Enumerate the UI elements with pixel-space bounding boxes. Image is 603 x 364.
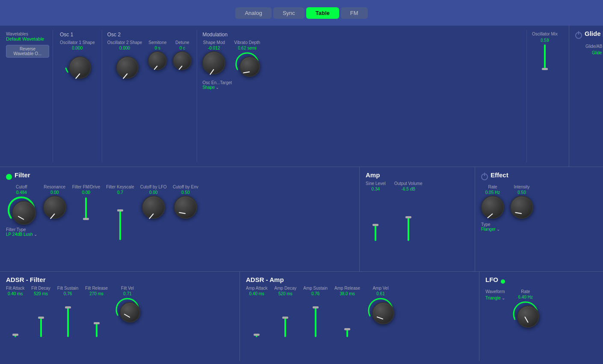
effect-intensity-knob[interactable]: Intensity 0.50 (510, 185, 533, 219)
lfo-section: LFO Waveform Triangle ⌄ Rate 6.40 Hz (479, 272, 603, 361)
output-volume-slider[interactable]: Output Volume -6.5 dB (394, 181, 423, 241)
filt-vel-knob[interactable]: Filt Vel 0.71 (115, 286, 140, 323)
modulation-title: Modulation (202, 32, 521, 38)
filter-type-arrow: ⌄ (34, 232, 37, 237)
glide-power-icon[interactable] (575, 32, 582, 39)
adsr-amp-section: ADSR - Amp Amp Attack 0.40 ms Amp Decay … (239, 272, 479, 361)
effect-type-arrow: ⌄ (497, 227, 500, 232)
tab-fm[interactable]: FM (341, 7, 368, 19)
effect-intensity-knob-inner (510, 196, 533, 219)
osc1-title: Osc 1 (60, 32, 95, 38)
effect-rate-knob-inner (481, 196, 504, 219)
filter-amp-effect-row: Filter Cutoff 0.484 Filter Type (0, 167, 603, 271)
tab-sync[interactable]: Sync (273, 7, 304, 19)
shape-mod-knob[interactable]: Shape Mod -0.012 (202, 40, 225, 74)
osc-mix-section: Oscillator Mix 0.59 (527, 30, 563, 162)
top-bar: Analog Sync Table FM (0, 0, 603, 26)
cutoff-env-knob[interactable]: Cutoff by Env 0.50 (173, 185, 198, 219)
amp-attack-slider[interactable]: Amp Attack 0.40 ms (246, 286, 268, 337)
amp-section: Amp Sine Level 0.34 Output Volume -6.5 d… (359, 167, 475, 271)
sine-level-slider[interactable]: Sine Level 0.34 (366, 181, 386, 241)
shape-mod-knob-inner (202, 51, 225, 74)
lfo-dot (501, 279, 505, 284)
effect-power-icon[interactable] (481, 173, 488, 180)
cutoff-env-knob-inner (174, 196, 197, 219)
osc1-shape-ring[interactable] (64, 51, 91, 79)
glide-time: Glide/AB Time 10.0 ms (575, 59, 603, 97)
modulation-section: Modulation Shape Mod -0.012 Vibrato Dept… (197, 30, 527, 162)
glide-panel: Glide | Bend Glide/AB Type Glide ⌄ Glide… (569, 26, 603, 167)
lfo-rate-knob[interactable]: Rate 6.40 Hz (512, 289, 539, 328)
cutoff-lfo-knob-inner (142, 196, 165, 219)
resonance-knob[interactable]: Resonance 0.00 (43, 185, 66, 219)
lfo-waveform: Waveform Triangle ⌄ (485, 289, 505, 300)
lfo-waveform-arrow: ⌄ (502, 296, 505, 300)
osc2-title: Osc 2 (107, 32, 192, 38)
oscillators-row: Wavetables Default Wavetable Reverse Wav… (0, 26, 603, 167)
amp-vel-knob[interactable]: Amp Vel 0.61 (367, 286, 394, 324)
osc1-shape-knob-inner (69, 56, 91, 79)
effect-section: Effect Rate 0.05 Hz Intensity 0.50 Type … (475, 167, 603, 271)
osc2-detune-knob[interactable]: Detune 0 c (173, 40, 192, 70)
osc2-section: Osc 2 Oscillator 2 Shape 0.000 (102, 30, 198, 162)
amp-sustain-slider[interactable]: Amp Sustain 0.76 (303, 286, 328, 337)
oscillators-panel: Wavetables Default Wavetable Reverse Wav… (0, 26, 569, 167)
osc-env-dropdown-arrow: ⌄ (216, 85, 219, 90)
cutoff-lfo-knob[interactable]: Cutoff by LFO 0.00 (140, 185, 167, 219)
filt-attack-slider[interactable]: Filt Attack 0.40 ms (6, 286, 24, 337)
effect-rate-knob[interactable]: Rate 0.05 Hz (481, 185, 504, 219)
osc2-shape-knob[interactable]: Oscillator 2 Shape 0.000 (107, 40, 142, 79)
wavetables-label: Wavetables (6, 32, 49, 36)
resonance-knob-inner (43, 196, 66, 219)
adsr-filter-section: ADSR - Filter Filt Attack 0.40 ms Filt D… (0, 272, 239, 361)
filter-power-icon[interactable] (6, 174, 12, 180)
amp-release-slider[interactable]: Amp Release 38.0 ms (334, 286, 360, 337)
semitone-knob-inner (148, 51, 167, 70)
osc1-section: Osc 1 Oscillator 1 Shape 0.000 (53, 30, 102, 162)
adsr-lfo-row: ADSR - Filter Filt Attack 0.40 ms Filt D… (0, 271, 603, 361)
wavetable-value[interactable]: Default Wavetable (6, 36, 49, 41)
fm-drive-slider[interactable]: Filter FM/Drive 0.00 (72, 185, 100, 240)
filt-decay-slider[interactable]: Filt Decay 520 ms (31, 286, 50, 337)
tab-analog[interactable]: Analog (235, 7, 271, 19)
filter-section: Filter Cutoff 0.484 Filter Type (0, 167, 359, 271)
filt-sustain-slider[interactable]: Filt Sustain 0.76 (57, 286, 78, 337)
cutoff-knob[interactable]: Cutoff 0.484 Filter Type LP 24dB Lush (6, 185, 37, 237)
reverse-wavetable-button[interactable]: Reverse Wavetable O... (6, 45, 49, 58)
vibrato-knob[interactable]: Vibrato Depth 0.62 semi (234, 40, 260, 77)
osc-mix-slider[interactable] (544, 44, 546, 96)
osc2-semitone-knob[interactable]: Semitone 0 s (148, 40, 167, 70)
main-content: Wavetables Default Wavetable Reverse Wav… (0, 26, 603, 364)
osc1-shape-knob[interactable]: Oscillator 1 Shape 0.000 (60, 40, 95, 79)
glide-type: Glide/AB Type Glide ⌄ (575, 44, 603, 55)
tab-table[interactable]: Table (306, 7, 339, 19)
filt-release-slider[interactable]: Filt Release 270 ms (85, 286, 108, 337)
amp-decay-slider[interactable]: Amp Decay 520 ms (275, 286, 297, 337)
keyscale-slider[interactable]: Filter Keyscale 0.7 (106, 185, 134, 240)
detune-knob-inner (173, 51, 192, 70)
